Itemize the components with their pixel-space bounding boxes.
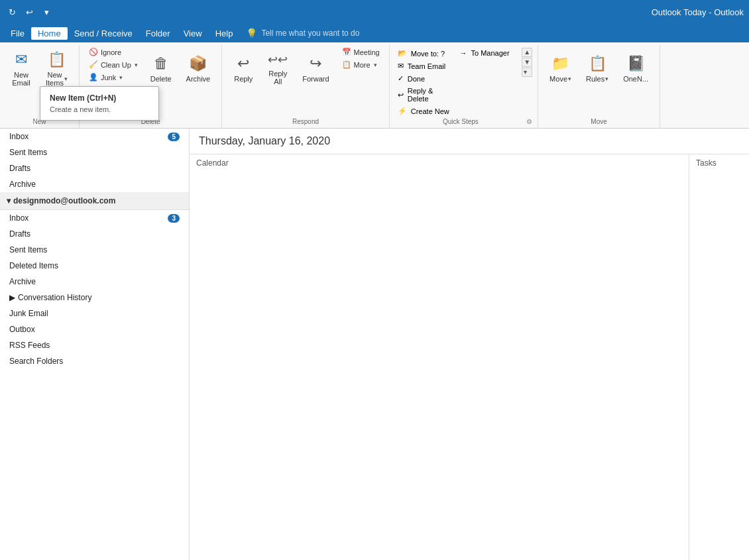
respond-col-small: 📅 Meeting 📋 More ▾: [338, 46, 384, 70]
sidebar-item-rss-feeds[interactable]: RSS Feeds: [0, 337, 189, 353]
meeting-button[interactable]: 📅 Meeting: [338, 46, 384, 58]
respond-group-label: Respond: [227, 117, 383, 127]
quick-steps-settings-icon[interactable]: ⚙: [526, 118, 532, 125]
new-items-button[interactable]: 📋 New Items ▾: [40, 46, 74, 91]
qs-team-email-icon: ✉: [398, 62, 404, 70]
new-items-icon: 📋: [48, 51, 66, 68]
reply-all-icon: ↩↩: [268, 52, 288, 67]
archive-label: Archive: [186, 75, 211, 83]
quick-access-arrow-icon[interactable]: ▾: [40, 5, 53, 19]
new-email-button[interactable]: ✉ New Email: [5, 46, 37, 91]
qs-to-manager-label: To Manager: [471, 49, 509, 57]
title-separator: -: [709, 7, 711, 17]
more-button[interactable]: 📋 More ▾: [338, 59, 384, 70]
qs-to-manager[interactable]: → To Manager: [457, 48, 516, 58]
sidebar-item-inbox2[interactable]: Inbox 3: [0, 210, 189, 226]
calendar-panel: Calendar: [190, 154, 689, 560]
sidebar-item-sent-items[interactable]: Sent Items: [0, 144, 189, 160]
drafts2-label: Drafts: [9, 229, 30, 239]
refresh-icon[interactable]: ↻: [5, 5, 19, 19]
move-button[interactable]: 📁 Move ▾: [544, 46, 577, 91]
app-body: Inbox 5 Sent Items Drafts Archive ▾ desi…: [0, 129, 749, 560]
archive-button[interactable]: 📦 Archive: [180, 46, 217, 91]
sidebar-item-archive[interactable]: Archive: [0, 176, 189, 192]
sidebar-item-conversation-history[interactable]: ▶ Conversation History: [0, 290, 189, 306]
respond-group-buttons: ↩ Reply ↩↩ Reply All ↪ Forward 📅 Meeting…: [227, 46, 383, 117]
deleted-items-label: Deleted Items: [9, 261, 58, 270]
sidebar: Inbox 5 Sent Items Drafts Archive ▾ desi…: [0, 129, 190, 560]
menu-home[interactable]: Home: [31, 27, 68, 40]
sidebar-item-archive2[interactable]: Archive: [0, 274, 189, 290]
qs-done-label: Done: [408, 75, 425, 83]
title-bar-icons[interactable]: ↻ ↩ ▾: [5, 5, 53, 19]
ribbon-group-move: 📁 Move ▾ 📋 Rules ▾ 📓 OneN... Move: [538, 45, 660, 128]
search-area[interactable]: 💡 Tell me what you want to do: [246, 28, 359, 38]
move-label: Move: [549, 75, 567, 83]
archive-icon: 📦: [189, 55, 207, 72]
sidebar-item-drafts[interactable]: Drafts: [0, 160, 189, 176]
sidebar-item-deleted-items[interactable]: Deleted Items: [0, 258, 189, 274]
menu-send-receive[interactable]: Send / Receive: [68, 27, 139, 40]
content-panels: Calendar Tasks: [190, 154, 749, 560]
reply-all-button[interactable]: ↩↩ Reply All: [262, 46, 294, 91]
new-email-label: New Email: [12, 71, 30, 87]
quick-steps-group-label: Quick Steps: [395, 117, 526, 127]
tooltip-title: New Item (Ctrl+N): [50, 93, 149, 103]
reply-icon: ↩: [237, 55, 249, 72]
qs-scroll-up[interactable]: ▲: [522, 48, 532, 57]
junk-button[interactable]: 👤 Junk ▾: [85, 72, 142, 83]
qs-move-to[interactable]: 📂 Move to: ?: [395, 48, 455, 59]
delete-col-small: 🚫 Ignore 🧹 Clean Up ▾ 👤 Junk ▾: [85, 46, 142, 83]
calendar-label: Calendar: [196, 158, 229, 168]
sent-items-label: Sent Items: [9, 148, 47, 157]
junk-label: Junk: [101, 74, 116, 82]
onenote-label: OneN...: [623, 75, 648, 83]
qs-reply-delete-icon: ↩: [398, 91, 404, 99]
quick-steps-scroll[interactable]: ▲ ▼ ▾: [522, 48, 532, 117]
rules-button[interactable]: 📋 Rules ▾: [580, 46, 614, 91]
more-arrow: ▾: [374, 62, 377, 68]
cleanup-icon: 🧹: [89, 60, 98, 69]
move-group-buttons: 📁 Move ▾ 📋 Rules ▾ 📓 OneN...: [544, 46, 654, 117]
qs-team-email[interactable]: ✉ Team Email: [395, 60, 455, 72]
qs-done-icon: ✓: [398, 74, 404, 83]
ribbon-group-quick-steps: 📂 Move to: ? ✉ Team Email ✓ Done ↩ Reply…: [390, 45, 538, 128]
forward-button[interactable]: ↪ Forward: [296, 46, 335, 91]
qs-done[interactable]: ✓ Done: [395, 73, 455, 84]
ignore-button[interactable]: 🚫 Ignore: [85, 46, 142, 58]
more-label: More: [354, 61, 371, 69]
lightbulb-icon: 💡: [246, 28, 257, 38]
sidebar-item-outbox[interactable]: Outbox: [0, 321, 189, 337]
cleanup-arrow: ▾: [135, 62, 138, 68]
menu-file[interactable]: File: [4, 27, 31, 40]
undo-icon[interactable]: ↩: [23, 5, 36, 19]
sidebar-account-designmodo[interactable]: ▾ designmodo@outlook.com: [0, 192, 189, 210]
menu-help[interactable]: Help: [209, 27, 240, 40]
sidebar-item-junk-email[interactable]: Junk Email: [0, 306, 189, 321]
tasks-label: Tasks: [696, 158, 717, 168]
qs-scroll-expand[interactable]: ▾: [522, 68, 532, 77]
qs-create-new[interactable]: ⚡ Create New: [395, 105, 455, 117]
sidebar-item-sent-items2[interactable]: Sent Items: [0, 242, 189, 258]
forward-icon: ↪: [310, 55, 321, 72]
menu-folder[interactable]: Folder: [139, 27, 177, 40]
reply-button[interactable]: ↩ Reply: [227, 46, 259, 91]
sidebar-item-search-folders[interactable]: Search Folders: [0, 353, 189, 369]
ignore-icon: 🚫: [89, 48, 98, 56]
app-title: Outlook Today - Outlook: [652, 7, 744, 17]
search-folders-label: Search Folders: [9, 357, 63, 366]
rules-label: Rules: [586, 75, 605, 83]
qs-team-email-label: Team Email: [408, 62, 445, 70]
qs-scroll-down[interactable]: ▼: [522, 58, 532, 67]
clean-up-button[interactable]: 🧹 Clean Up ▾: [85, 59, 142, 70]
delete-button[interactable]: 🗑 Delete: [144, 46, 178, 91]
qs-reply-delete[interactable]: ↩ Reply & Delete: [395, 85, 455, 104]
junk-icon: 👤: [89, 73, 98, 82]
sidebar-item-inbox[interactable]: Inbox 5: [0, 129, 189, 144]
onenote-button[interactable]: 📓 OneN...: [617, 46, 654, 91]
tooltip-description: Create a new item.: [50, 105, 149, 113]
sidebar-item-drafts2[interactable]: Drafts: [0, 226, 189, 242]
rss-feeds-label: RSS Feeds: [9, 341, 50, 350]
menu-view[interactable]: View: [177, 27, 209, 40]
rules-icon: 📋: [589, 55, 606, 72]
